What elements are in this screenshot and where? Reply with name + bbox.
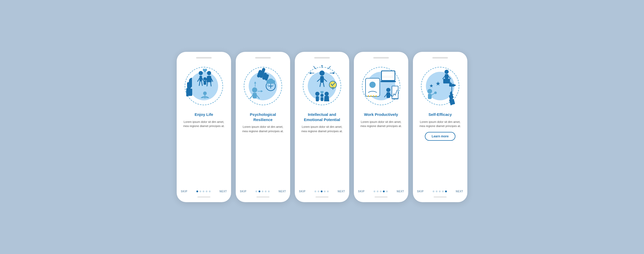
dot-5	[209, 190, 211, 192]
skip-button-enjoy-life[interactable]: SKIP	[181, 190, 187, 193]
next-button-self-efficacy[interactable]: NEXT	[456, 190, 463, 193]
dot-3	[439, 190, 441, 192]
svg-line-6	[199, 81, 200, 86]
phone-notch	[196, 57, 212, 59]
dot-1	[314, 190, 316, 192]
svg-line-4	[198, 78, 199, 81]
svg-line-80	[448, 76, 450, 79]
svg-point-88	[434, 91, 437, 94]
dots-intellectual	[314, 190, 329, 192]
card-title-enjoy-life: Enjoy Life	[195, 112, 213, 117]
svg-rect-67	[381, 81, 396, 82]
bottom-bar-psychological	[256, 196, 269, 197]
card-title-work: Work Productively	[364, 112, 398, 117]
dot-2	[377, 190, 378, 192]
dot-3	[203, 190, 204, 192]
svg-point-77	[445, 70, 449, 74]
svg-rect-64	[382, 71, 395, 80]
svg-point-69	[369, 82, 376, 88]
dot-4	[206, 190, 207, 192]
bottom-bar-self-efficacy	[434, 196, 447, 197]
svg-rect-14	[204, 81, 206, 85]
svg-rect-32	[267, 82, 275, 84]
nav-intellectual: SKIP NEXT	[299, 188, 345, 193]
svg-marker-37	[261, 90, 263, 92]
dot-3	[262, 190, 263, 192]
svg-line-11	[207, 82, 207, 86]
dot-1	[374, 190, 375, 192]
svg-rect-96	[454, 84, 456, 86]
work-icon: ★★★★	[363, 65, 399, 107]
phone-card-self-efficacy: ★ ★ ★	[413, 52, 467, 202]
dot-1	[433, 190, 434, 192]
phone-notch-2	[255, 57, 271, 59]
illustration-self-efficacy: ★ ★ ★	[419, 63, 461, 109]
phone-notch-4	[373, 57, 389, 59]
skip-button-psychological[interactable]: SKIP	[240, 190, 246, 193]
svg-line-54	[328, 67, 330, 69]
dot-5	[386, 190, 388, 192]
svg-rect-75	[392, 86, 398, 99]
phone-notch-3	[314, 57, 330, 59]
svg-rect-59	[321, 97, 323, 101]
card-desc-psychological: Lorem ipsum dolor sit dim amet, mea regi…	[240, 125, 286, 133]
phone-card-work: ★★★★ Work Productively Lorem ipsum dolor…	[354, 52, 408, 202]
dots-enjoy-life	[196, 190, 211, 192]
svg-text:★★★★: ★★★★	[367, 94, 377, 97]
phone-card-intellectual: Intellectual and Emotional Potential Lor…	[295, 52, 349, 202]
svg-line-45	[323, 83, 324, 87]
enjoy-life-icon	[186, 65, 222, 107]
svg-line-25	[257, 95, 259, 98]
svg-marker-55	[329, 66, 331, 67]
skip-button-self-efficacy[interactable]: SKIP	[417, 190, 424, 193]
learn-more-button[interactable]: Learn more	[425, 132, 455, 141]
nav-work: SKIP NEXT	[358, 188, 404, 193]
svg-line-24	[250, 95, 253, 98]
next-button-intellectual[interactable]: NEXT	[338, 190, 345, 193]
phone-card-enjoy-life: Enjoy Life Lorem ipsum dolor sit dim ame…	[177, 52, 231, 202]
dot-1	[255, 190, 257, 192]
card-desc-intellectual: Lorem ipsum dolor sit dim amet, mea regi…	[299, 125, 345, 133]
dot-4	[442, 190, 444, 192]
svg-point-2	[199, 71, 203, 75]
dots-psychological	[255, 190, 270, 192]
svg-marker-47	[309, 72, 311, 74]
svg-line-35	[273, 84, 273, 86]
card-desc-self-efficacy: Lorem ipsum dolor sit dim amet, mea regi…	[417, 120, 463, 128]
nav-enjoy-life: SKIP NEXT	[181, 188, 227, 193]
dots-work	[374, 190, 388, 192]
card-desc-work: Lorem ipsum dolor sit dim amet, mea regi…	[358, 120, 404, 128]
nav-psychological: SKIP NEXT	[240, 188, 286, 193]
dot-3	[380, 190, 382, 192]
svg-point-56	[315, 92, 319, 96]
nav-self-efficacy: SKIP NEXT	[417, 188, 463, 193]
svg-point-58	[320, 94, 324, 97]
screens-container: Enjoy Life Lorem ipsum dolor sit dim ame…	[177, 52, 467, 202]
svg-rect-1	[186, 88, 188, 96]
svg-line-12	[211, 82, 211, 86]
dot-2	[199, 190, 201, 192]
illustration-psychological	[242, 63, 284, 109]
svg-rect-57	[316, 96, 319, 101]
svg-rect-72	[387, 92, 390, 98]
svg-text:★: ★	[435, 80, 441, 87]
svg-line-79	[443, 76, 445, 79]
card-title-psychological: Psychological Resilience	[240, 112, 286, 122]
dot-2	[436, 190, 438, 192]
next-button-psychological[interactable]: NEXT	[278, 190, 286, 193]
skip-button-intellectual[interactable]: SKIP	[299, 190, 305, 193]
dot-2	[259, 190, 260, 192]
svg-line-73	[384, 94, 387, 97]
dot-4	[324, 190, 326, 192]
dot-4	[383, 190, 385, 192]
card-desc-enjoy-life: Lorem ipsum dolor sit dim amet, mea regi…	[181, 120, 227, 128]
skip-button-work[interactable]: SKIP	[358, 190, 364, 193]
svg-rect-41	[320, 76, 324, 83]
svg-line-7	[202, 81, 202, 86]
next-button-enjoy-life[interactable]: NEXT	[219, 190, 227, 193]
dots-self-efficacy	[433, 190, 447, 192]
next-button-work[interactable]: NEXT	[397, 190, 404, 193]
svg-marker-39	[254, 81, 256, 83]
intellectual-icon	[304, 65, 340, 107]
svg-rect-78	[445, 74, 448, 79]
